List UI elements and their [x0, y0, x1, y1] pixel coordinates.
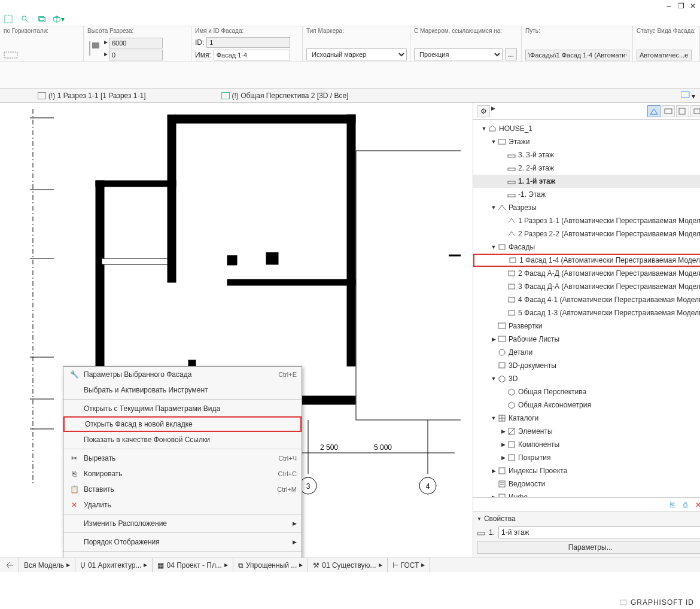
tree-item[interactable]: 3D — [473, 372, 700, 385]
tree-item[interactable]: Покрытия — [473, 451, 700, 464]
menu-item[interactable]: Показать в качестве Фоновой Ссылки — [63, 432, 302, 447]
height-bottom-input[interactable] — [109, 50, 163, 60]
status-scale[interactable]: ▦04 Проект - Пл...▶ — [153, 558, 233, 573]
tree-item[interactable]: 3 Фасад Д-А (Автоматически Перестраиваем… — [473, 280, 700, 293]
parameters-button[interactable]: Параметры... — [477, 541, 700, 554]
tree-caret-icon[interactable] — [490, 376, 497, 382]
nav-project-map-icon[interactable] — [647, 105, 661, 117]
nav-layout-icon[interactable] — [676, 105, 689, 117]
tree-item[interactable]: 3D-документы — [473, 359, 700, 372]
marker-ref-browse-button[interactable]: ... — [505, 48, 517, 60]
menu-item[interactable]: Слои▶ — [63, 553, 302, 558]
tree-item[interactable]: -1. Этаж — [473, 188, 700, 201]
id-input[interactable] — [206, 37, 290, 48]
story-name-input[interactable] — [498, 526, 700, 538]
tab-section[interactable]: (!) 1 Разрез 1-1 [1 Разрез 1-1] — [30, 89, 154, 103]
idx-icon — [497, 467, 507, 475]
status-model[interactable]: Вся Модель▶ — [19, 558, 75, 573]
tree-item[interactable]: 1. 1-й этаж — [473, 175, 700, 188]
tree-caret-icon[interactable] — [490, 336, 497, 342]
marker-ref-select[interactable]: Проекция — [414, 48, 503, 60]
new-view-icon[interactable]: ⎘ — [666, 500, 677, 510]
tree-item[interactable]: Элементы — [473, 425, 700, 438]
tree-item[interactable]: 2 Разрез 2-2 (Автоматически Перестраивае… — [473, 227, 700, 240]
find-icon[interactable] — [19, 13, 31, 25]
tree-item[interactable]: Ведомости — [473, 477, 700, 491]
tree-item[interactable]: Индексы Проекта — [473, 464, 700, 477]
tree-item-label: -1. Этаж — [518, 190, 546, 199]
tree-item[interactable]: Этажи — [473, 135, 700, 148]
tree-item[interactable]: 5 Фасад 1-3 (Автоматически Перестраиваем… — [473, 306, 700, 319]
tree-item[interactable]: Рабочие Листы — [473, 333, 700, 346]
new-folder-icon[interactable]: ⎙ — [680, 500, 690, 510]
name-input[interactable] — [214, 50, 290, 60]
menu-item[interactable]: Открыть Фасад в новой вкладке — [63, 416, 302, 432]
tree-item[interactable]: Общая Перспектива — [473, 385, 700, 398]
main-toolbar: ▾ — [0, 12, 700, 26]
minimize-button[interactable]: – — [664, 2, 674, 10]
tree-item[interactable]: Каталоги — [473, 412, 700, 425]
svg-rect-49 — [509, 297, 515, 302]
tree-caret-icon[interactable] — [480, 126, 488, 132]
tree-item[interactable]: Фасады — [473, 240, 700, 254]
tree-caret-icon[interactable] — [490, 244, 497, 250]
nav-publisher-icon[interactable] — [690, 105, 700, 117]
marquee-icon[interactable] — [2, 13, 14, 25]
status-display[interactable]: ⧉Упрощенный ...▶ — [233, 558, 308, 573]
tree-item[interactable]: Общая Аксонометрия — [473, 398, 700, 412]
height-top-input[interactable] — [109, 38, 163, 48]
menu-item[interactable]: ⎘КопироватьCtrl+C — [63, 466, 302, 482]
status-layer-combo[interactable]: Ụ01 Архитектур...▶ — [75, 558, 153, 573]
tree-item[interactable]: 2. 2-й этаж — [473, 162, 700, 175]
project-tree[interactable]: HOUSE_1Этажи3. 3-й этаж2. 2-й этаж1. 1-й… — [473, 120, 700, 497]
status-dim-std[interactable]: ⊢ГОСТ▶ — [388, 558, 431, 573]
chevron-right-icon[interactable]: ▶ — [491, 105, 495, 117]
status-arrow-icon[interactable] — [0, 558, 19, 573]
tree-item[interactable]: 1 Разрез 1-1 (Автоматически Перестраивае… — [473, 214, 700, 227]
menu-item[interactable]: 🔧Параметры Выбранного ФасадаCtrl+E — [63, 367, 302, 382]
drawing-canvas[interactable]: 3 4 2 500 5 000 3 000 2 850 4 100 1 800 … — [0, 103, 473, 558]
menu-item[interactable]: Выбрать и Активировать Инструмент — [63, 382, 302, 398]
tree-item[interactable]: 1 Фасад 1-4 (Автоматически Перестраиваем… — [473, 254, 700, 267]
menu-item[interactable]: ✂ВырезатьCtrl+Ч — [63, 450, 302, 466]
cube-icon[interactable]: ▾ — [53, 13, 65, 25]
close-button[interactable]: ✕ — [688, 2, 698, 10]
tree-caret-icon[interactable] — [500, 428, 507, 434]
tree-item[interactable]: Развертки — [473, 319, 700, 333]
tree-item[interactable]: Инфо — [473, 491, 700, 497]
menu-item[interactable]: 📋ВставитьCtrl+М — [63, 482, 302, 497]
section-height-label: Высота Разреза: — [87, 28, 187, 34]
menu-item-label: Порядок Отображения — [84, 538, 290, 546]
tree-caret-icon[interactable] — [490, 415, 497, 421]
chevron-down-icon[interactable]: ▼ — [477, 516, 482, 522]
tree-item[interactable]: Разрезы — [473, 201, 700, 214]
tree-item[interactable]: HOUSE_1 — [473, 122, 700, 135]
tree-caret-icon[interactable] — [500, 441, 507, 447]
tree-item[interactable]: Компоненты — [473, 438, 700, 451]
sheets-icon[interactable] — [36, 13, 48, 25]
tree-item[interactable]: Детали — [473, 346, 700, 359]
menu-item[interactable]: Открыть с Текущими Параметрами Вида — [63, 401, 302, 416]
link-icon[interactable]: ▸ — [104, 38, 108, 48]
restore-button[interactable]: ❐ — [676, 2, 686, 10]
delete-icon[interactable]: ✕ — [693, 500, 700, 510]
menu-shortcut: Ctrl+E — [278, 371, 297, 378]
tree-caret-icon[interactable] — [490, 139, 497, 145]
tree-caret-icon[interactable] — [490, 205, 497, 211]
tree-caret-icon[interactable] — [490, 468, 497, 474]
props-toolbar: ⎘ ⎙ ✕ — [473, 497, 700, 511]
tree-item[interactable]: 4 Фасад 4-1 (Автоматически Перестраиваем… — [473, 293, 700, 306]
nav-settings-icon[interactable]: ⚙ — [477, 105, 490, 117]
nav-view-map-icon[interactable] — [662, 105, 675, 117]
menu-item[interactable]: Порядок Отображения▶ — [63, 534, 302, 550]
tree-item[interactable]: 2 Фасад А-Д (Автоматически Перестраиваем… — [473, 267, 700, 280]
tab-3d[interactable]: (!) Общая Перспектива 2 [3D / Все] — [214, 89, 357, 103]
tree-item[interactable]: 3. 3-й этаж — [473, 148, 700, 162]
menu-item[interactable]: Изменить Расположение▶ — [63, 516, 302, 531]
tabs-menu-icon[interactable]: ▾ — [676, 90, 700, 101]
marker-type-select[interactable]: Исходный маркер — [306, 48, 407, 60]
tree-caret-icon[interactable] — [500, 455, 507, 461]
menu-item[interactable]: ✕Удалить — [63, 497, 302, 513]
link-icon[interactable]: ▸ — [104, 50, 108, 60]
status-renovation[interactable]: ⚒01 Существую...▶ — [308, 558, 387, 573]
